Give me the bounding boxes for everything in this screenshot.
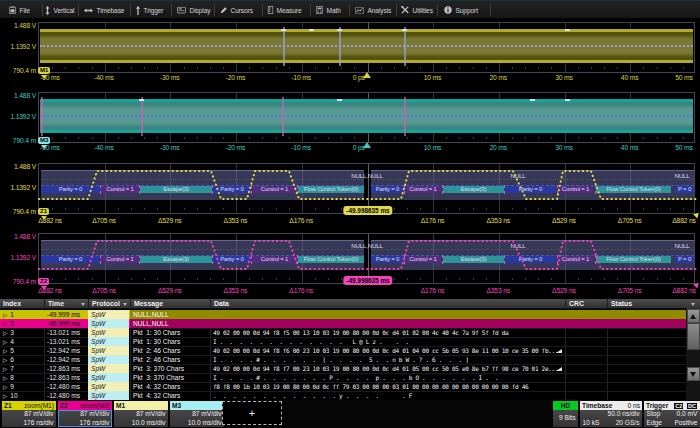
tick — [92, 67, 93, 69]
row-expand-arrow[interactable]: ▷ — [3, 383, 7, 392]
menu-item-trigger[interactable]: Trigger — [135, 2, 163, 18]
vertical-scale-mid-label: 1.1392 V — [0, 184, 36, 191]
column-header-crc[interactable]: CRC — [565, 299, 607, 309]
column-header-status[interactable]: Status — [607, 299, 686, 309]
menu-separator — [349, 4, 350, 16]
trace-badge-pointer — [41, 216, 47, 220]
table-row[interactable]: ▷9-12.480 msSpWPkt 4: 32 Charsf8 f8 00 1… — [0, 382, 686, 391]
trace-badge-pointer — [41, 145, 47, 149]
cell-index: ▷3 — [0, 328, 44, 337]
header-corner-arrow — [691, 303, 695, 306]
scrollbar-down-button[interactable] — [687, 367, 700, 381]
row-index: 5 — [10, 347, 14, 354]
menu-item-timebase[interactable]: Timebase — [83, 2, 124, 18]
table-row[interactable]: ▷1-49.999 msSpWNULL,NULL — [0, 310, 686, 319]
tick — [578, 137, 579, 139]
table-row[interactable]: ▷3-13.021 msSpWPkt 1: 30 Chars49 02 00 0… — [0, 328, 686, 337]
time-axis-label: -30 ms — [160, 74, 180, 81]
tick — [197, 137, 198, 139]
menu-item-support[interactable]: Support — [443, 2, 478, 18]
table-header-corner[interactable] — [686, 299, 700, 309]
time-axis-label: Δ176 ns — [289, 287, 313, 294]
row-expand-arrow[interactable]: ▷ — [3, 347, 7, 356]
column-filter-arrow[interactable] — [81, 303, 85, 306]
row-expand-arrow[interactable]: ▷ — [3, 320, 7, 329]
scrollbar-thumb[interactable] — [687, 323, 700, 350]
row-expand-arrow[interactable]: ▷ — [3, 392, 7, 401]
table-row[interactable]: ▷6-12.942 msSpWPkt 2: 46 CharsI . . . . … — [0, 355, 686, 364]
waveform-spike — [281, 29, 286, 32]
row-expand-arrow[interactable]: ▷ — [3, 365, 7, 374]
tick — [394, 67, 395, 69]
table-row[interactable]: ▷8-12.863 msSpWPkt 3: 370 CharsI . . . .… — [0, 373, 686, 382]
trigger-position-marker[interactable] — [363, 72, 371, 78]
tick — [157, 67, 158, 69]
table-row[interactable]: ▷10-12.480 msSpWPkt 4: 32 Chars. . . . .… — [0, 391, 686, 400]
tick — [486, 137, 487, 139]
tick — [459, 137, 460, 139]
tick — [78, 137, 79, 139]
waveform-spike — [565, 29, 570, 32]
band-top-edge — [40, 29, 693, 32]
trace-badge-pointer — [41, 75, 47, 79]
vertical-scale-bottom-label: 790.4 m — [0, 208, 36, 215]
tick — [381, 137, 382, 139]
waveform-spike — [139, 99, 144, 102]
trigger-position-marker[interactable] — [363, 142, 371, 148]
menu-item-vertical[interactable]: Vertical — [44, 2, 74, 18]
tick — [118, 137, 119, 139]
row-index: 4 — [10, 338, 14, 345]
table-row[interactable]: ▷7-12.863 msSpWPkt 3: 370 Chars49 02 00 … — [0, 364, 686, 373]
timebase-box[interactable]: Timebase0 ns50.0 ns/div10 kS20 GS/s — [580, 401, 642, 427]
trace-badge-M3[interactable]: M3 — [38, 137, 50, 144]
tick — [473, 67, 474, 69]
cell-index: ▷5 — [0, 346, 44, 355]
menu-item-measure[interactable]: Measure — [267, 2, 301, 18]
menu-item-display[interactable]: Display — [176, 2, 210, 18]
add-trace-button[interactable]: + — [222, 401, 282, 425]
table-row[interactable]: ▷4-13.021 msSpWPkt 1: 30 CharsI . . . . … — [0, 337, 686, 346]
menu-item-file[interactable]: File — [8, 2, 30, 18]
menu-item-analysis[interactable]: Analysis — [354, 2, 391, 18]
cell-data: I . . . . . . . . . . . . . L @ L z . . … — [210, 337, 565, 346]
cell-protocol: SpW — [88, 310, 130, 319]
column-filter-arrow[interactable] — [123, 303, 127, 306]
descriptor-Z1[interactable]: Z1zoom(M1)87 mV/div176 ns/div — [2, 401, 56, 427]
grid-M3[interactable] — [38, 92, 695, 143]
menu-item-cursors[interactable]: Cursors — [219, 2, 253, 18]
trace-badge-M1[interactable]: M1 — [38, 67, 50, 74]
cell-time: -13.021 ms — [44, 328, 88, 337]
row-expand-arrow[interactable]: ▷ — [3, 374, 7, 383]
tick — [643, 67, 644, 69]
table-row[interactable]: ▷2-49.999 msSpWNULL,NULL — [0, 319, 686, 328]
descriptor-Z2[interactable]: Z2zoom(M3)87 mV/div176 ns/div — [58, 401, 112, 427]
vertical-scale-mid-label: 1.1392 V — [0, 113, 36, 120]
cell-protocol: SpW — [88, 373, 130, 382]
column-header-data[interactable]: Data — [210, 299, 565, 309]
menu-item-utilities[interactable]: Utilities — [400, 2, 433, 18]
table-row[interactable]: ▷5-12.942 msSpWPkt 2: 46 Chars49 02 00 0… — [0, 346, 686, 355]
scrollbar-up-button[interactable] — [687, 309, 700, 323]
waveform-spike — [309, 29, 314, 32]
row-expand-arrow[interactable]: ▷ — [3, 356, 7, 365]
column-header-message[interactable]: Message — [130, 299, 210, 309]
trace-badge-Z1[interactable]: Z1 — [38, 208, 49, 215]
tick — [670, 67, 671, 69]
row-expand-arrow[interactable]: ▷ — [3, 329, 7, 338]
cursor-icon — [220, 6, 227, 13]
trigger-box[interactable]: TriggerC2DCStop0.0 mVEdgePositive — [644, 401, 700, 427]
trace-badge-Z2[interactable]: Z2 — [38, 278, 49, 285]
menu-item-math[interactable]: Math — [315, 2, 341, 18]
descriptor-M1[interactable]: M187 mV/div10.0 ms/div — [114, 401, 168, 427]
hd-mode-box[interactable]: HD9 Bits — [553, 401, 578, 427]
grid-M1[interactable] — [38, 22, 695, 73]
descriptor-M3[interactable]: M387 mV/div10.0 ms/div — [170, 401, 224, 427]
column-header-label: Index — [3, 300, 21, 307]
timebase-header: Timebase0 ns — [580, 401, 642, 410]
row-expand-arrow[interactable]: ▷ — [3, 311, 7, 320]
descriptor-header: M3 — [170, 401, 224, 410]
cell-index: ▷4 — [0, 337, 44, 346]
column-header-index[interactable]: Index — [0, 299, 44, 309]
vertical-scale-top-label: 1.488 V — [0, 92, 36, 99]
row-expand-arrow[interactable]: ▷ — [3, 338, 7, 347]
